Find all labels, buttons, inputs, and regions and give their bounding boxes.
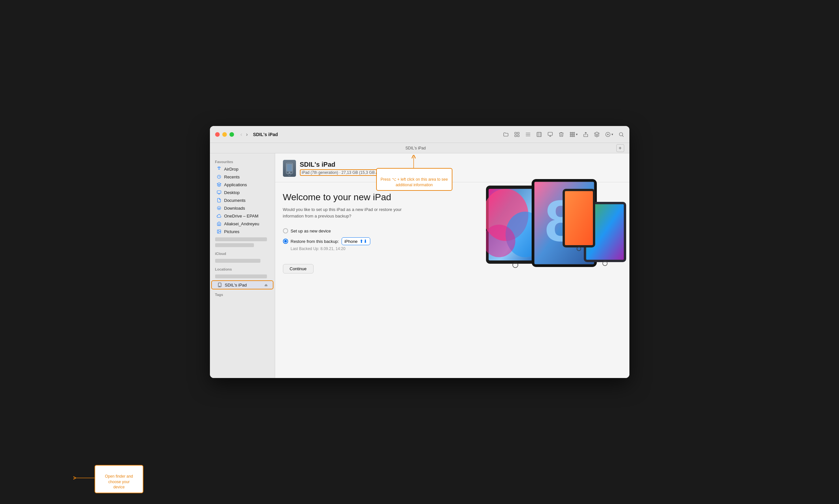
- back-button[interactable]: ‹: [239, 131, 243, 138]
- main-pane: SDIL's iPad iPad (7th generation) · 27,1…: [275, 154, 629, 378]
- sidebar-item-downloads[interactable]: Downloads: [211, 204, 273, 212]
- device-thumbnail: [283, 160, 296, 177]
- svg-point-37: [219, 286, 220, 287]
- tag-icon[interactable]: [594, 131, 600, 138]
- finder-window: ‹ › SDIL's iPad: [210, 126, 629, 378]
- toolbar-icons: ▾ ▾: [503, 131, 624, 138]
- svg-rect-2: [515, 135, 516, 137]
- search-icon[interactable]: [618, 131, 624, 138]
- sidebar-item-documents[interactable]: Documents: [211, 196, 273, 204]
- last-backed-date: Last Backed Up: 8.09.21, 14:20: [291, 247, 446, 251]
- option-restore-label: Restore from this backup:: [291, 239, 339, 244]
- fullscreen-button[interactable]: [229, 132, 234, 137]
- share-icon[interactable]: [583, 131, 589, 138]
- home-icon: [217, 221, 222, 226]
- sidebar-item-sdil-ipad[interactable]: SDIL's iPad ⏏: [211, 280, 273, 289]
- path-label: SDIL's iPad: [215, 146, 616, 150]
- blurred-item-4: [215, 274, 267, 278]
- annotation-arrow-svg: [409, 155, 418, 169]
- sidebar-item-label: Aliaksei_Andreyeu: [224, 221, 259, 226]
- applications-icon: [217, 182, 222, 187]
- svg-rect-1: [517, 132, 519, 134]
- eject-icon[interactable]: ⏏: [264, 283, 268, 287]
- svg-rect-14: [572, 132, 573, 133]
- recents-icon: [217, 174, 222, 179]
- icloud-label: iCloud: [210, 249, 275, 257]
- sidebar-item-label: Documents: [224, 198, 246, 203]
- svg-rect-19: [570, 136, 571, 137]
- backup-select[interactable]: iPhone ⬆⬇: [342, 237, 370, 245]
- list-view-icon[interactable]: [525, 131, 531, 138]
- svg-rect-61: [565, 191, 593, 245]
- add-icon[interactable]: ▾: [605, 131, 613, 138]
- svg-rect-3: [517, 135, 519, 137]
- sidebar-item-aliaksei[interactable]: Aliaksei_Andreyeu: [211, 220, 273, 228]
- sidebar-item-label: SDIL's iPad: [225, 283, 247, 287]
- secondarybar: SDIL's iPad +: [210, 143, 629, 154]
- radio-restore[interactable]: [283, 239, 288, 244]
- sidebar-item-label: Downloads: [224, 206, 245, 211]
- airdrop-icon: [217, 166, 222, 172]
- svg-rect-15: [573, 132, 574, 133]
- trash-icon[interactable]: [558, 131, 564, 138]
- option-new-device: Set up as new device: [283, 228, 446, 233]
- svg-rect-13: [570, 132, 571, 133]
- forward-button[interactable]: ›: [245, 131, 249, 138]
- option-new-label: Set up as new device: [291, 229, 331, 233]
- device-name: SDIL's iPad: [300, 161, 416, 168]
- chevron-updown-icon: ⬆⬇: [360, 239, 367, 244]
- titlebar: ‹ › SDIL's iPad: [210, 126, 629, 143]
- option-restore-container: Restore from this backup: iPhone ⬆⬇ Last…: [283, 237, 446, 251]
- svg-rect-17: [572, 134, 573, 135]
- svg-point-49: [483, 224, 515, 257]
- svg-point-27: [218, 168, 220, 169]
- backup-select-value: iPhone: [344, 239, 358, 244]
- welcome-title: Welcome to your new iPad: [283, 192, 446, 202]
- onedrive-icon: [217, 213, 222, 218]
- svg-rect-29: [217, 191, 221, 193]
- sidebar-item-onedrive[interactable]: OneDrive – EPAM: [211, 212, 273, 220]
- desktop-icon: [217, 190, 222, 195]
- blurred-item-2: [215, 243, 254, 247]
- continue-button[interactable]: Continue: [283, 264, 313, 273]
- pictures-icon: [217, 229, 222, 234]
- sidebar-item-label: AirDrop: [224, 167, 239, 172]
- sidebar-item-pictures[interactable]: Pictures: [211, 228, 273, 235]
- svg-rect-21: [573, 136, 574, 137]
- minimize-button[interactable]: [222, 132, 227, 137]
- options: Set up as new device Restore from this b…: [283, 228, 446, 251]
- close-button[interactable]: [215, 132, 220, 137]
- downloads-icon: [217, 205, 222, 211]
- ipad-device-icon: [217, 282, 222, 287]
- locations-label: Locations: [210, 265, 275, 272]
- sidebar-item-label: OneDrive – EPAM: [224, 214, 258, 218]
- blurred-item-3: [215, 259, 260, 263]
- svg-rect-10: [548, 132, 552, 136]
- sidebar-item-recents[interactable]: Recents: [211, 173, 273, 181]
- grid-view-icon[interactable]: [514, 131, 520, 138]
- sidebar-item-applications[interactable]: Applications: [211, 181, 273, 188]
- sidebar-item-label: Desktop: [224, 190, 240, 195]
- svg-rect-0: [515, 132, 516, 134]
- radio-new-device[interactable]: [283, 228, 288, 233]
- svg-rect-18: [573, 134, 574, 135]
- add-button[interactable]: +: [616, 144, 624, 152]
- welcome-section: Welcome to your new iPad Would you like …: [275, 182, 629, 339]
- sidebar-item-desktop[interactable]: Desktop: [211, 188, 273, 196]
- main-content: Favourites AirDrop Recents App: [210, 154, 629, 378]
- window-title: SDIL's iPad: [253, 132, 278, 137]
- svg-rect-40: [287, 164, 292, 171]
- gallery-view-icon[interactable]: [547, 131, 553, 138]
- blurred-item-1: [215, 237, 267, 241]
- svg-point-25: [619, 132, 623, 136]
- sidebar-item-label: Recents: [224, 175, 240, 179]
- traffic-lights: [215, 132, 234, 137]
- sidebar-item-label: Pictures: [224, 229, 240, 234]
- favourites-label: Favourites: [210, 157, 275, 165]
- column-view-icon[interactable]: [536, 131, 542, 138]
- sidebar-item-airdrop[interactable]: AirDrop: [211, 165, 273, 173]
- tags-label: Tags: [210, 290, 275, 298]
- sidebar: Favourites AirDrop Recents App: [210, 154, 275, 378]
- new-folder-icon[interactable]: [503, 131, 509, 138]
- apps-icon[interactable]: ▾: [569, 131, 578, 138]
